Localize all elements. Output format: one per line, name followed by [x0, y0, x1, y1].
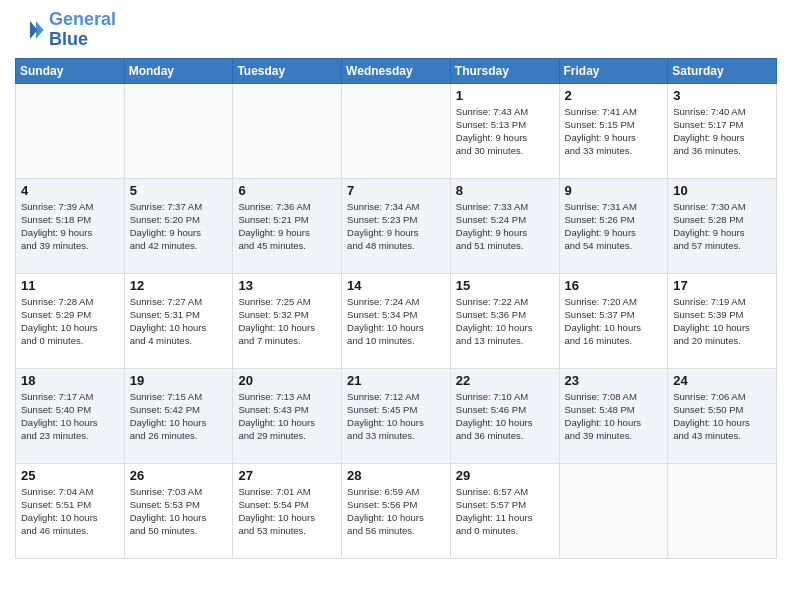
- day-number: 28: [347, 468, 445, 483]
- day-detail: Sunrise: 7:24 AM Sunset: 5:34 PM Dayligh…: [347, 295, 445, 348]
- day-detail: Sunrise: 7:27 AM Sunset: 5:31 PM Dayligh…: [130, 295, 228, 348]
- calendar-cell: 29Sunrise: 6:57 AM Sunset: 5:57 PM Dayli…: [450, 463, 559, 558]
- day-number: 22: [456, 373, 554, 388]
- page-header: General Blue: [15, 10, 777, 50]
- calendar-cell: 13Sunrise: 7:25 AM Sunset: 5:32 PM Dayli…: [233, 273, 342, 368]
- day-number: 19: [130, 373, 228, 388]
- calendar-cell: 7Sunrise: 7:34 AM Sunset: 5:23 PM Daylig…: [342, 178, 451, 273]
- day-detail: Sunrise: 7:36 AM Sunset: 5:21 PM Dayligh…: [238, 200, 336, 253]
- calendar-cell: 14Sunrise: 7:24 AM Sunset: 5:34 PM Dayli…: [342, 273, 451, 368]
- day-detail: Sunrise: 7:31 AM Sunset: 5:26 PM Dayligh…: [565, 200, 663, 253]
- calendar-cell: 2Sunrise: 7:41 AM Sunset: 5:15 PM Daylig…: [559, 83, 668, 178]
- calendar-cell: 11Sunrise: 7:28 AM Sunset: 5:29 PM Dayli…: [16, 273, 125, 368]
- day-detail: Sunrise: 7:28 AM Sunset: 5:29 PM Dayligh…: [21, 295, 119, 348]
- calendar-cell: 23Sunrise: 7:08 AM Sunset: 5:48 PM Dayli…: [559, 368, 668, 463]
- day-detail: Sunrise: 7:06 AM Sunset: 5:50 PM Dayligh…: [673, 390, 771, 443]
- calendar-cell: 4Sunrise: 7:39 AM Sunset: 5:18 PM Daylig…: [16, 178, 125, 273]
- day-detail: Sunrise: 7:20 AM Sunset: 5:37 PM Dayligh…: [565, 295, 663, 348]
- logo-text: General Blue: [49, 10, 116, 50]
- day-detail: Sunrise: 7:15 AM Sunset: 5:42 PM Dayligh…: [130, 390, 228, 443]
- day-detail: Sunrise: 7:30 AM Sunset: 5:28 PM Dayligh…: [673, 200, 771, 253]
- day-detail: Sunrise: 7:01 AM Sunset: 5:54 PM Dayligh…: [238, 485, 336, 538]
- day-number: 5: [130, 183, 228, 198]
- day-detail: Sunrise: 7:43 AM Sunset: 5:13 PM Dayligh…: [456, 105, 554, 158]
- calendar-cell: 15Sunrise: 7:22 AM Sunset: 5:36 PM Dayli…: [450, 273, 559, 368]
- calendar-cell: 17Sunrise: 7:19 AM Sunset: 5:39 PM Dayli…: [668, 273, 777, 368]
- day-number: 9: [565, 183, 663, 198]
- calendar-cell: 9Sunrise: 7:31 AM Sunset: 5:26 PM Daylig…: [559, 178, 668, 273]
- day-number: 18: [21, 373, 119, 388]
- day-detail: Sunrise: 7:34 AM Sunset: 5:23 PM Dayligh…: [347, 200, 445, 253]
- calendar-cell: 22Sunrise: 7:10 AM Sunset: 5:46 PM Dayli…: [450, 368, 559, 463]
- day-header-wednesday: Wednesday: [342, 58, 451, 83]
- calendar-cell: 5Sunrise: 7:37 AM Sunset: 5:20 PM Daylig…: [124, 178, 233, 273]
- day-header-tuesday: Tuesday: [233, 58, 342, 83]
- day-number: 11: [21, 278, 119, 293]
- day-detail: Sunrise: 7:08 AM Sunset: 5:48 PM Dayligh…: [565, 390, 663, 443]
- calendar-cell: [16, 83, 125, 178]
- calendar-week-3: 11Sunrise: 7:28 AM Sunset: 5:29 PM Dayli…: [16, 273, 777, 368]
- calendar-cell: 8Sunrise: 7:33 AM Sunset: 5:24 PM Daylig…: [450, 178, 559, 273]
- day-number: 13: [238, 278, 336, 293]
- day-detail: Sunrise: 7:19 AM Sunset: 5:39 PM Dayligh…: [673, 295, 771, 348]
- day-number: 10: [673, 183, 771, 198]
- day-header-friday: Friday: [559, 58, 668, 83]
- day-detail: Sunrise: 7:41 AM Sunset: 5:15 PM Dayligh…: [565, 105, 663, 158]
- calendar-cell: 10Sunrise: 7:30 AM Sunset: 5:28 PM Dayli…: [668, 178, 777, 273]
- day-number: 16: [565, 278, 663, 293]
- day-detail: Sunrise: 7:12 AM Sunset: 5:45 PM Dayligh…: [347, 390, 445, 443]
- logo: General Blue: [15, 10, 116, 50]
- day-number: 6: [238, 183, 336, 198]
- calendar-cell: 25Sunrise: 7:04 AM Sunset: 5:51 PM Dayli…: [16, 463, 125, 558]
- calendar-cell: 6Sunrise: 7:36 AM Sunset: 5:21 PM Daylig…: [233, 178, 342, 273]
- calendar-cell: 12Sunrise: 7:27 AM Sunset: 5:31 PM Dayli…: [124, 273, 233, 368]
- day-number: 7: [347, 183, 445, 198]
- day-header-thursday: Thursday: [450, 58, 559, 83]
- day-header-monday: Monday: [124, 58, 233, 83]
- day-detail: Sunrise: 7:10 AM Sunset: 5:46 PM Dayligh…: [456, 390, 554, 443]
- day-number: 12: [130, 278, 228, 293]
- day-number: 15: [456, 278, 554, 293]
- day-detail: Sunrise: 7:22 AM Sunset: 5:36 PM Dayligh…: [456, 295, 554, 348]
- day-detail: Sunrise: 7:03 AM Sunset: 5:53 PM Dayligh…: [130, 485, 228, 538]
- logo-icon: [15, 15, 45, 45]
- calendar-cell: 24Sunrise: 7:06 AM Sunset: 5:50 PM Dayli…: [668, 368, 777, 463]
- calendar-cell: 27Sunrise: 7:01 AM Sunset: 5:54 PM Dayli…: [233, 463, 342, 558]
- calendar-cell: [668, 463, 777, 558]
- calendar-cell: [559, 463, 668, 558]
- day-detail: Sunrise: 7:40 AM Sunset: 5:17 PM Dayligh…: [673, 105, 771, 158]
- day-number: 29: [456, 468, 554, 483]
- day-detail: Sunrise: 6:59 AM Sunset: 5:56 PM Dayligh…: [347, 485, 445, 538]
- day-number: 20: [238, 373, 336, 388]
- calendar-cell: 20Sunrise: 7:13 AM Sunset: 5:43 PM Dayli…: [233, 368, 342, 463]
- calendar-table: SundayMondayTuesdayWednesdayThursdayFrid…: [15, 58, 777, 559]
- day-number: 17: [673, 278, 771, 293]
- day-number: 14: [347, 278, 445, 293]
- calendar-week-1: 1Sunrise: 7:43 AM Sunset: 5:13 PM Daylig…: [16, 83, 777, 178]
- day-header-sunday: Sunday: [16, 58, 125, 83]
- calendar-week-2: 4Sunrise: 7:39 AM Sunset: 5:18 PM Daylig…: [16, 178, 777, 273]
- calendar-week-5: 25Sunrise: 7:04 AM Sunset: 5:51 PM Dayli…: [16, 463, 777, 558]
- calendar-header-row: SundayMondayTuesdayWednesdayThursdayFrid…: [16, 58, 777, 83]
- day-number: 8: [456, 183, 554, 198]
- day-number: 25: [21, 468, 119, 483]
- day-number: 1: [456, 88, 554, 103]
- day-header-saturday: Saturday: [668, 58, 777, 83]
- day-number: 4: [21, 183, 119, 198]
- calendar-cell: [342, 83, 451, 178]
- day-detail: Sunrise: 7:39 AM Sunset: 5:18 PM Dayligh…: [21, 200, 119, 253]
- day-number: 24: [673, 373, 771, 388]
- day-detail: Sunrise: 7:33 AM Sunset: 5:24 PM Dayligh…: [456, 200, 554, 253]
- day-detail: Sunrise: 6:57 AM Sunset: 5:57 PM Dayligh…: [456, 485, 554, 538]
- calendar-week-4: 18Sunrise: 7:17 AM Sunset: 5:40 PM Dayli…: [16, 368, 777, 463]
- day-number: 2: [565, 88, 663, 103]
- day-number: 21: [347, 373, 445, 388]
- calendar-cell: 26Sunrise: 7:03 AM Sunset: 5:53 PM Dayli…: [124, 463, 233, 558]
- day-detail: Sunrise: 7:25 AM Sunset: 5:32 PM Dayligh…: [238, 295, 336, 348]
- calendar-cell: [233, 83, 342, 178]
- day-number: 27: [238, 468, 336, 483]
- calendar-cell: 18Sunrise: 7:17 AM Sunset: 5:40 PM Dayli…: [16, 368, 125, 463]
- calendar-cell: 1Sunrise: 7:43 AM Sunset: 5:13 PM Daylig…: [450, 83, 559, 178]
- day-number: 26: [130, 468, 228, 483]
- calendar-cell: 28Sunrise: 6:59 AM Sunset: 5:56 PM Dayli…: [342, 463, 451, 558]
